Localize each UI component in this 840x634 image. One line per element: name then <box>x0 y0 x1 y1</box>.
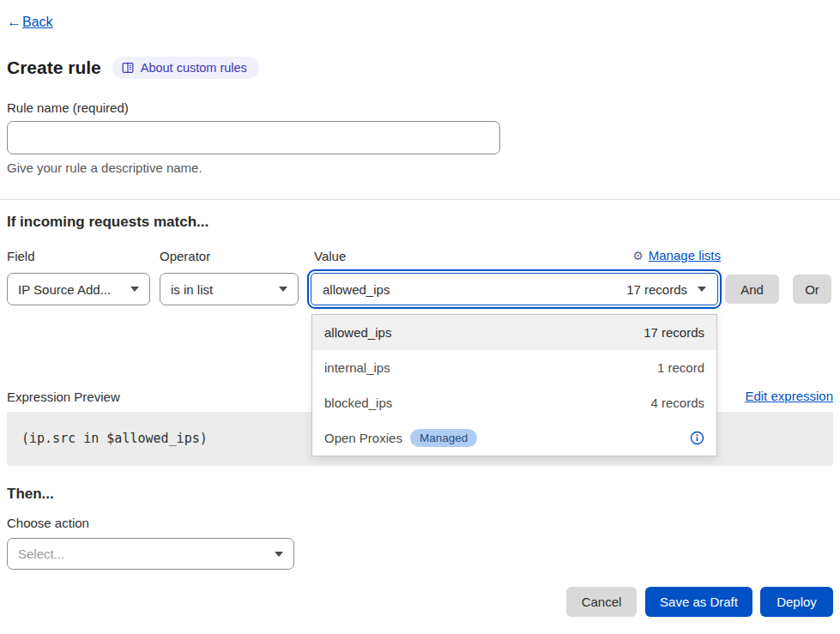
cancel-button[interactable]: Cancel <box>566 587 637 617</box>
chevron-down-icon <box>698 287 706 292</box>
expression-code: (ip.src in $allowed_ips) <box>21 431 208 446</box>
back-link[interactable]: ← Back <box>7 14 53 31</box>
back-arrow-icon: ← <box>7 14 21 31</box>
list-item-count: 17 records <box>644 325 704 340</box>
expression-preview-label: Expression Preview <box>7 389 120 404</box>
about-pill-label: About custom rules <box>141 61 247 75</box>
edit-expression-link[interactable]: Edit expression <box>745 389 833 403</box>
field-label: Field <box>7 249 35 263</box>
list-item-count: 1 record <box>657 360 704 375</box>
create-rule-page: ← Back Create rule About custom rules Ru… <box>0 0 840 634</box>
list-item-name: Open Proxies <box>324 431 402 445</box>
list-item-name: allowed_ips <box>324 325 391 340</box>
choose-action-label: Choose action <box>7 516 89 530</box>
chevron-down-icon <box>130 287 139 292</box>
list-item-name: blocked_ips <box>324 395 392 410</box>
value-select-record-count: 17 records <box>626 282 687 297</box>
deploy-button[interactable]: Deploy <box>760 587 833 617</box>
action-select-placeholder: Select... <box>18 546 64 561</box>
manage-lists-label: Manage lists <box>649 248 721 263</box>
gear-icon: ⚙ <box>632 249 644 263</box>
operator-label: Operator <box>160 249 210 263</box>
chevron-down-icon <box>275 552 283 557</box>
list-item-internal-ips[interactable]: internal_ips 1 record <box>312 350 716 385</box>
list-item-blocked-ips[interactable]: blocked_ips 4 records <box>312 385 716 420</box>
title-row: Create rule About custom rules <box>7 57 259 79</box>
page-title: Create rule <box>7 57 101 78</box>
operator-select-value: is in list <box>171 282 213 297</box>
value-label: Value <box>314 249 346 263</box>
list-item-count: 4 records <box>650 395 704 410</box>
list-item-allowed-ips[interactable]: allowed_ips 17 records <box>312 315 716 350</box>
match-section-heading: If incoming requests match... <box>7 214 208 231</box>
and-button[interactable]: And <box>725 275 779 304</box>
value-select[interactable]: allowed_ips 17 records <box>311 273 718 305</box>
section-divider <box>0 199 840 200</box>
manage-lists-link[interactable]: ⚙ Manage lists <box>632 248 721 263</box>
action-select[interactable]: Select... <box>7 538 294 570</box>
list-item-name: internal_ips <box>324 360 390 375</box>
operator-select[interactable]: is in list <box>160 273 299 305</box>
about-custom-rules-link[interactable]: About custom rules <box>112 57 259 79</box>
then-section-heading: Then... <box>7 486 54 503</box>
chevron-down-icon <box>279 287 287 292</box>
field-select[interactable]: IP Source Add... <box>7 273 150 305</box>
rule-name-input[interactable] <box>7 121 500 154</box>
or-button[interactable]: Or <box>793 275 831 304</box>
list-dropdown: allowed_ips 17 records internal_ips 1 re… <box>311 314 717 456</box>
value-select-focus-ring: allowed_ips 17 records <box>307 269 722 309</box>
field-select-value: IP Source Add... <box>18 282 111 297</box>
managed-badge: Managed <box>410 429 477 447</box>
rule-name-label: Rule name (required) <box>7 100 129 115</box>
info-icon[interactable] <box>690 431 704 445</box>
list-item-open-proxies[interactable]: Open Proxies Managed <box>312 420 716 456</box>
back-link-label: Back <box>22 15 53 30</box>
rule-name-helper-text: Give your rule a descriptive name. <box>7 160 202 175</box>
save-as-draft-button[interactable]: Save as Draft <box>645 587 752 617</box>
book-icon <box>122 62 134 74</box>
value-select-value: allowed_ips <box>323 282 390 297</box>
